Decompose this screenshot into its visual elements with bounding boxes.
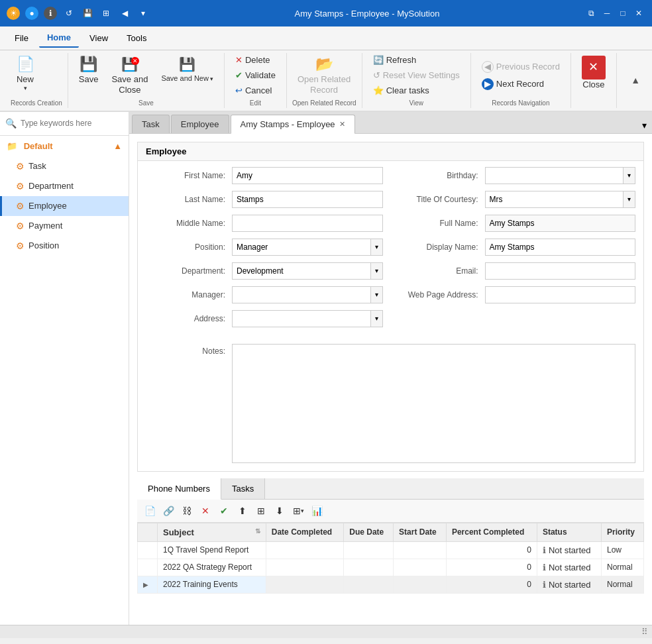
display-name-input[interactable]	[485, 239, 636, 256]
col-status[interactable]: Status	[537, 523, 601, 541]
birthday-dropdown-btn[interactable]: ▾	[623, 167, 635, 184]
resize-handle[interactable]: ⠿	[641, 627, 648, 637]
address-input[interactable]	[232, 310, 370, 327]
sub-tab-phone-numbers[interactable]: Phone Numbers	[137, 478, 221, 500]
creation-buttons: 📄 New ▾	[11, 53, 40, 98]
grid-report-btn[interactable]: 📊	[308, 502, 325, 519]
menu-file[interactable]: File	[7, 29, 36, 47]
reset-view-icon: ↺	[373, 70, 380, 80]
position-dropdown-btn[interactable]: ▾	[370, 239, 383, 256]
row3-status: ℹ Not started	[537, 576, 601, 593]
sidebar-item-department[interactable]: ⚙ Department	[0, 176, 129, 196]
grid-unlink-btn[interactable]: ⛓	[178, 502, 195, 519]
save-new-button[interactable]: 💾 Save and New ▾	[156, 53, 219, 86]
more-title-icon[interactable]: ▾	[136, 7, 150, 20]
manager-dropdown-btn[interactable]: ▾	[370, 286, 383, 303]
position-input-wrapper: ▾	[232, 239, 383, 256]
notes-textarea[interactable]	[232, 344, 635, 463]
validate-button[interactable]: ✔ Validate	[230, 68, 281, 82]
grid-options-btn[interactable]: ⊞▾	[290, 502, 307, 519]
back-title-icon[interactable]: ◀	[118, 7, 131, 20]
content-area: Task Employee Amy Stamps - Employee ✕ ▾ …	[129, 112, 652, 625]
close-button[interactable]: ✕ Close	[576, 53, 611, 93]
ribbon-group-open-related: 📂 Open Related Record Open Related Recor…	[287, 53, 362, 108]
middle-name-input[interactable]	[232, 215, 383, 232]
sub-tab-tasks[interactable]: Tasks	[221, 478, 265, 499]
grid-download-btn[interactable]: ⬇	[271, 502, 288, 519]
department-dropdown-btn[interactable]: ▾	[370, 262, 383, 280]
sidebar-item-position[interactable]: ⚙ Position	[0, 236, 129, 256]
last-name-input[interactable]	[232, 191, 383, 208]
menu-home[interactable]: Home	[39, 28, 79, 48]
next-record-icon: ▶	[482, 78, 494, 90]
menu-view[interactable]: View	[82, 29, 116, 47]
open-related-button[interactable]: 📂 Open Related Record	[292, 53, 356, 98]
email-input[interactable]	[485, 262, 636, 280]
first-name-input[interactable]	[232, 167, 383, 184]
new-button[interactable]: 📄 New ▾	[11, 53, 40, 95]
minimize-btn[interactable]: ─	[600, 7, 614, 20]
department-input[interactable]	[232, 262, 370, 280]
cancel-button[interactable]: ↩ Cancel	[230, 83, 281, 97]
birthday-input[interactable]	[485, 167, 624, 184]
prev-record-button[interactable]: ◀ Previous Record	[476, 59, 565, 75]
menu-tools[interactable]: Tools	[119, 29, 154, 47]
ribbon-collapse-btn[interactable]: ▲	[627, 74, 644, 87]
restore-btn[interactable]: ⧉	[584, 7, 598, 20]
grid-link-btn[interactable]: 🔗	[160, 502, 177, 519]
grid-check-btn[interactable]: ✔	[215, 502, 233, 519]
tabs-expand-icon[interactable]: ▾	[639, 117, 649, 133]
tab-task[interactable]: Task	[132, 115, 170, 133]
col-start-date[interactable]: Start Date	[394, 523, 447, 541]
col-priority[interactable]: Priority	[602, 523, 644, 541]
cog-pay-icon: ⚙	[16, 221, 25, 231]
title-dropdown-btn[interactable]: ▾	[623, 191, 635, 208]
grid-new-doc-btn[interactable]: 📄	[141, 502, 158, 519]
web-page-input[interactable]	[485, 286, 636, 303]
save-close-button[interactable]: 💾✕ Save and Close	[106, 53, 153, 98]
full-name-input[interactable]	[485, 215, 636, 232]
col-due-date[interactable]: Due Date	[344, 523, 394, 541]
main-layout: 🔍 📁 Default ▲ ⚙ Task ⚙ Department ⚙ Empl…	[0, 112, 652, 625]
grid-title-icon[interactable]: ⊞	[99, 7, 113, 20]
refresh-title-icon[interactable]: ↺	[62, 7, 76, 20]
ribbon-group-save: 💾 Save 💾✕ Save and Close 💾 Save and New …	[68, 53, 225, 108]
manager-input[interactable]	[232, 286, 370, 303]
maximize-btn[interactable]: □	[616, 7, 629, 20]
delete-icon: ✕	[235, 55, 243, 65]
tab-amy-stamps[interactable]: Amy Stamps - Employee ✕	[231, 115, 355, 134]
col-date-completed[interactable]: Date Completed	[266, 523, 343, 541]
sidebar-folder[interactable]: 📁 Default ▲	[0, 136, 129, 156]
tab-employee[interactable]: Employee	[171, 115, 229, 133]
address-dropdown-btn[interactable]: ▾	[370, 310, 383, 327]
title-input[interactable]	[485, 191, 624, 208]
web-page-label: Web Page Address:	[399, 290, 485, 299]
grid-delete-btn[interactable]: ✕	[197, 502, 214, 519]
table-row[interactable]: 1Q Travel Spend Report 0 ℹ Not started L…	[138, 541, 644, 559]
sidebar-item-task[interactable]: ⚙ Task	[0, 156, 129, 176]
save-button[interactable]: 💾 Save	[74, 53, 104, 87]
sidebar-item-payment[interactable]: ⚙ Payment	[0, 216, 129, 236]
delete-button[interactable]: ✕ Delete	[230, 53, 281, 67]
grid-upload-btn[interactable]: ⬆	[234, 502, 251, 519]
search-input[interactable]	[21, 119, 123, 128]
col-percent[interactable]: Percent Completed	[446, 523, 537, 541]
row3-expand[interactable]: ▶	[138, 576, 158, 593]
tab-close-icon[interactable]: ✕	[339, 120, 345, 129]
save-new-icon: 💾	[179, 56, 195, 73]
position-input[interactable]	[232, 239, 370, 256]
refresh-button[interactable]: 🔄 Refresh	[368, 53, 465, 67]
table-row[interactable]: 2022 QA Strategy Report 0 ℹ Not started …	[138, 559, 644, 576]
close-btn[interactable]: ✕	[632, 7, 645, 20]
save-title-icon[interactable]: 💾	[81, 7, 94, 20]
sidebar: 🔍 📁 Default ▲ ⚙ Task ⚙ Department ⚙ Empl…	[0, 112, 129, 625]
clear-tasks-button[interactable]: ⭐ Clear tasks	[368, 83, 465, 97]
col-subject[interactable]: Subject ⇅	[158, 523, 266, 541]
next-record-button[interactable]: ▶ Next Record	[476, 76, 565, 92]
sidebar-item-employee[interactable]: ⚙ Employee	[0, 196, 129, 216]
expand-icon: ▶	[143, 581, 148, 588]
table-row[interactable]: ▶ 2022 Training Events 0 ℹ Not started	[138, 576, 644, 593]
edit-buttons: ✕ Delete ✔ Validate ↩ Cancel	[230, 53, 281, 98]
grid-multiselect-btn[interactable]: ⊞	[252, 502, 270, 519]
reset-view-button[interactable]: ↺ Reset View Settings	[368, 68, 465, 82]
